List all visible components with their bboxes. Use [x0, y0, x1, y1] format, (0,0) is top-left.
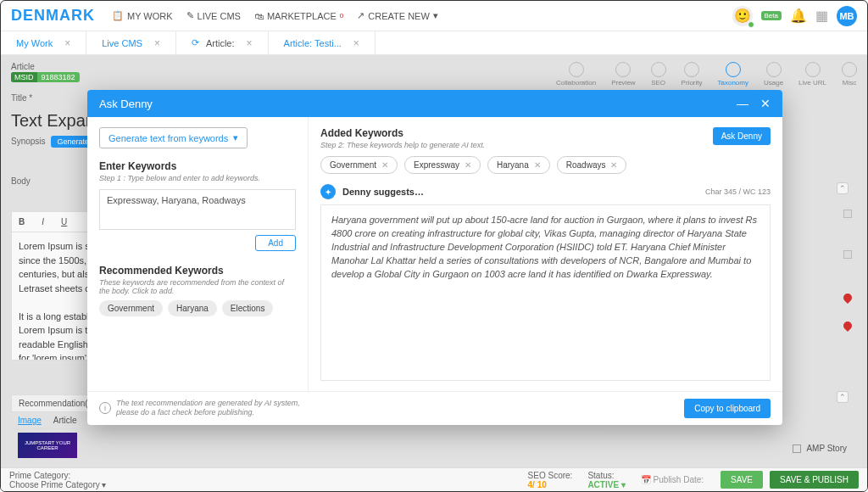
- rec-keyword-chip[interactable]: Elections: [222, 300, 274, 316]
- info-icon: i: [99, 402, 111, 414]
- add-button[interactable]: Add: [255, 235, 296, 251]
- tab-article[interactable]: ⟳Article:×: [176, 31, 269, 54]
- nav-livecms[interactable]: ✎ LIVE CMS: [186, 10, 241, 21]
- article-action-icons: Collaboration Preview SEO Priority Taxon…: [556, 62, 857, 87]
- bell-icon[interactable]: 🔔: [790, 8, 807, 24]
- modal-title: Ask Denny: [99, 98, 153, 110]
- close-icon[interactable]: ×: [247, 37, 253, 49]
- nav-marketplace[interactable]: 🛍 MARKETPLACE0: [254, 10, 343, 21]
- step1-text: Step 1 : Type below and enter to add key…: [99, 174, 296, 182]
- subtab-image[interactable]: Image: [18, 416, 42, 425]
- sidebar-collapse-icon[interactable]: ⌃: [837, 182, 849, 194]
- modal-footer: i The text recommendation are generated …: [87, 391, 782, 425]
- keywords-input[interactable]: Expressway, Haryana, Roadways: [99, 189, 296, 230]
- keyword-tag[interactable]: Haryana✕: [487, 156, 550, 174]
- remove-tag-icon[interactable]: ✕: [465, 160, 471, 170]
- rec-keyword-chip[interactable]: Government: [99, 300, 163, 316]
- save-publish-button[interactable]: SAVE & PUBLISH: [770, 471, 859, 489]
- amp-story-option[interactable]: AMP Story: [793, 444, 847, 453]
- widget-handle-icon[interactable]: [843, 210, 852, 218]
- usage-icon[interactable]: Usage: [764, 62, 783, 87]
- publish-date: 📅 Publish Date:: [641, 475, 704, 484]
- tab-mywork[interactable]: My Work×: [1, 31, 86, 54]
- keyword-tag[interactable]: Government✕: [320, 156, 398, 174]
- enter-keywords-title: Enter Keywords: [99, 160, 296, 172]
- subtab-article[interactable]: Article: [53, 416, 77, 425]
- chevron-down-icon: ▾: [233, 132, 238, 143]
- close-icon[interactable]: ×: [64, 37, 70, 49]
- liveurl-icon[interactable]: Live URL: [798, 62, 826, 87]
- top-nav: 📋 MY WORK ✎ LIVE CMS 🛍 MARKETPLACE0 ↗ CR…: [112, 10, 438, 21]
- prime-category-label: Prime Category:: [9, 471, 528, 480]
- user-initials-badge[interactable]: MB: [837, 6, 857, 26]
- ask-denny-modal: Ask Denny — ✕ Generate text from keyword…: [87, 90, 782, 425]
- app-header: DENMARK 📋 MY WORK ✎ LIVE CMS 🛍 MARKETPLA…: [1, 1, 867, 31]
- char-word-count: Char 345 / WC 123: [705, 187, 771, 196]
- tab-livecms[interactable]: Live CMS×: [86, 31, 176, 54]
- mode-dropdown[interactable]: Generate text from keywords ▾: [99, 127, 248, 148]
- user-avatar-icon[interactable]: 🙂: [732, 6, 753, 26]
- preview-icon[interactable]: Preview: [611, 62, 635, 87]
- remove-tag-icon[interactable]: ✕: [534, 160, 541, 170]
- keyword-tag[interactable]: Expressway✕: [404, 156, 481, 174]
- copy-to-clipboard-button[interactable]: Copy to clipboard: [684, 399, 771, 418]
- denny-icon: ✦: [320, 184, 336, 199]
- denny-suggests-label: Denny suggests…: [342, 187, 424, 197]
- status-indicator[interactable]: Status:ACTIVE ▾: [587, 471, 625, 489]
- page-footer: Prime Category: Choose Prime Category ▾ …: [1, 467, 867, 491]
- synopsis-label: Synopsis: [11, 137, 46, 146]
- added-keywords-title: Added Keywords: [320, 127, 485, 139]
- minimize-icon[interactable]: —: [737, 97, 748, 110]
- nav-createnew[interactable]: ↗ CREATE NEW ▾: [357, 10, 438, 21]
- nav-mywork[interactable]: 📋 MY WORK: [112, 10, 173, 21]
- collab-icon[interactable]: Collaboration: [556, 62, 596, 87]
- remove-tag-icon[interactable]: ✕: [610, 160, 617, 170]
- close-icon[interactable]: ×: [154, 37, 160, 49]
- priority-icon[interactable]: Priority: [682, 62, 703, 87]
- article-label: Article: [11, 62, 80, 71]
- rec-keyword-chip[interactable]: Haryana: [168, 300, 217, 316]
- widget-handle-icon[interactable]: [843, 250, 852, 259]
- brand-logo: DENMARK: [11, 7, 95, 25]
- beta-badge: Beta: [761, 11, 782, 20]
- apps-grid-icon[interactable]: ▦: [815, 8, 828, 24]
- seo-icon[interactable]: SEO: [651, 62, 666, 87]
- close-icon[interactable]: ✕: [760, 97, 771, 110]
- suggestion-text[interactable]: Haryana government will put up about 150…: [320, 204, 771, 381]
- rec-thumbnail[interactable]: JUMPSTART YOUR CAREER: [18, 433, 77, 458]
- tab-article-testi[interactable]: Article: Testi...×: [269, 31, 376, 54]
- misc-icon[interactable]: Misc: [842, 62, 857, 87]
- added-keywords-row: Government✕ Expressway✕ Haryana✕ Roadway…: [320, 156, 771, 174]
- disclaimer-text: The text recommendation are generated by…: [116, 399, 300, 418]
- remove-tag-icon[interactable]: ✕: [381, 160, 388, 170]
- seo-score: SEO Score:4/ 10: [528, 471, 573, 489]
- refresh-icon: ⟳: [192, 37, 199, 48]
- modal-header: Ask Denny — ✕: [87, 90, 782, 117]
- keyword-tag[interactable]: Roadways✕: [557, 156, 627, 174]
- ask-denny-button[interactable]: Ask Denny: [713, 127, 771, 145]
- msid-chip: MSID91883182: [11, 72, 80, 82]
- save-button[interactable]: SAVE: [721, 471, 763, 489]
- document-tabs: My Work× Live CMS× ⟳Article:× Article: T…: [1, 31, 867, 55]
- checkbox-icon: [793, 444, 801, 453]
- recommended-keywords-title: Recommended Keywords: [99, 265, 296, 277]
- rec-kw-subtitle: These keywords are recommended from the …: [99, 278, 296, 295]
- step2-text: Step 2: These keywords help to generate …: [320, 141, 485, 149]
- close-icon[interactable]: ×: [353, 37, 359, 49]
- taxonomy-icon[interactable]: Taxonomy: [718, 62, 748, 87]
- prime-category-select[interactable]: Choose Prime Category ▾: [9, 480, 528, 489]
- sidebar-collapse-icon[interactable]: ⌃: [837, 391, 849, 403]
